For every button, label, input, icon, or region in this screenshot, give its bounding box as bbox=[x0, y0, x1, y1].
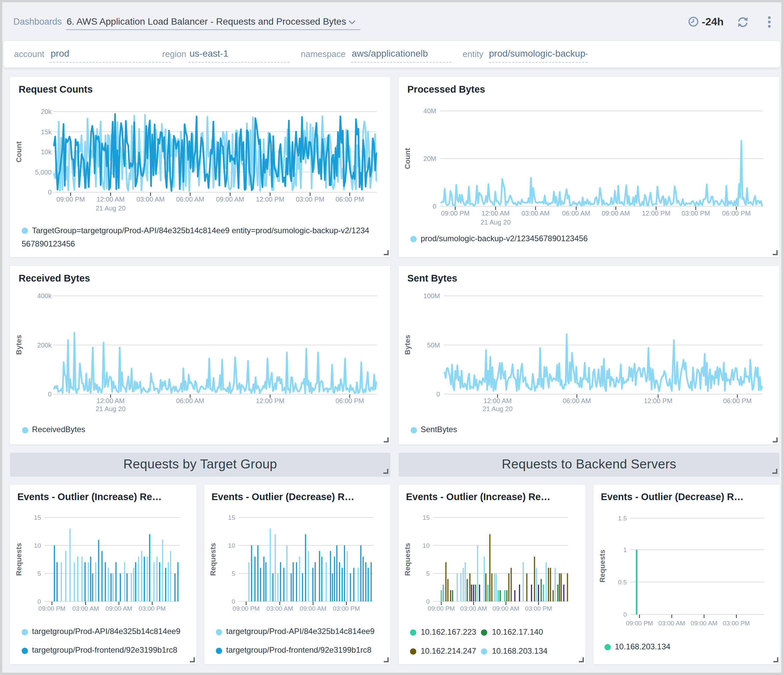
svg-text:09:00 PM: 09:00 PM bbox=[428, 605, 454, 612]
svg-text:03:00 PM: 03:00 PM bbox=[681, 210, 710, 217]
svg-text:20k: 20k bbox=[41, 108, 52, 115]
svg-text:09:00 AM: 09:00 AM bbox=[493, 605, 519, 612]
svg-text:1.5: 1.5 bbox=[618, 515, 627, 522]
svg-text:06:00 AM: 06:00 AM bbox=[563, 397, 591, 404]
svg-text:21 Aug 20: 21 Aug 20 bbox=[481, 218, 510, 226]
svg-text:0: 0 bbox=[48, 189, 51, 196]
svg-text:12:00 PM: 12:00 PM bbox=[644, 397, 672, 404]
svg-text:5,000: 5,000 bbox=[35, 168, 51, 176]
svg-text:03:00 AM: 03:00 AM bbox=[658, 620, 685, 627]
svg-text:21 Aug 20: 21 Aug 20 bbox=[96, 405, 126, 413]
svg-text:Count: Count bbox=[15, 141, 23, 162]
svg-text:400k: 400k bbox=[37, 292, 52, 299]
svg-text:12:00 AM: 12:00 AM bbox=[96, 397, 125, 404]
svg-text:Requests: Requests bbox=[15, 543, 23, 576]
svg-text:06:00 PM: 06:00 PM bbox=[335, 397, 364, 404]
svg-text:Requests: Requests bbox=[598, 549, 607, 582]
svg-text:09:00 PM: 09:00 PM bbox=[441, 210, 470, 217]
svg-text:12:00 PM: 12:00 PM bbox=[256, 196, 285, 203]
svg-text:0: 0 bbox=[432, 203, 436, 210]
svg-text:Count: Count bbox=[403, 148, 412, 169]
svg-text:09:00 PM: 09:00 PM bbox=[232, 605, 260, 612]
svg-text:03:00 AM: 03:00 AM bbox=[137, 196, 165, 203]
svg-text:03:00 AM: 03:00 AM bbox=[266, 605, 293, 612]
svg-text:0: 0 bbox=[623, 611, 627, 618]
svg-text:09:00 PM: 09:00 PM bbox=[38, 605, 65, 612]
svg-text:100M: 100M bbox=[423, 292, 440, 299]
svg-text:09:00 PM: 09:00 PM bbox=[56, 196, 85, 203]
svg-text:20M: 20M bbox=[423, 155, 436, 162]
svg-text:09:00 AM: 09:00 AM bbox=[691, 620, 717, 627]
svg-text:1: 1 bbox=[623, 546, 627, 553]
svg-text:12:00 PM: 12:00 PM bbox=[642, 210, 670, 217]
svg-text:15: 15 bbox=[34, 514, 41, 521]
svg-text:0: 0 bbox=[232, 598, 235, 605]
svg-text:03:00 PM: 03:00 PM bbox=[138, 605, 165, 612]
svg-text:Requests: Requests bbox=[209, 543, 217, 576]
svg-text:03:00 AM: 03:00 AM bbox=[72, 605, 99, 612]
svg-text:200k: 200k bbox=[37, 341, 52, 349]
svg-text:0: 0 bbox=[48, 390, 51, 398]
svg-text:09:00 PM: 09:00 PM bbox=[626, 620, 653, 627]
svg-text:0: 0 bbox=[37, 598, 41, 605]
svg-text:5: 5 bbox=[232, 570, 235, 577]
svg-text:15: 15 bbox=[423, 514, 429, 521]
svg-text:12:00 AM: 12:00 AM bbox=[484, 397, 512, 404]
svg-text:Bytes: Bytes bbox=[15, 335, 23, 355]
svg-text:03:00 PM: 03:00 PM bbox=[296, 196, 324, 203]
svg-text:09:00 AM: 09:00 AM bbox=[300, 605, 327, 612]
svg-text:10k: 10k bbox=[41, 148, 52, 156]
svg-text:03:00 PM: 03:00 PM bbox=[525, 605, 552, 612]
svg-text:50M: 50M bbox=[427, 341, 440, 349]
svg-text:Bytes: Bytes bbox=[403, 335, 412, 355]
svg-text:03:00 AM: 03:00 AM bbox=[521, 210, 550, 217]
svg-text:09:00 AM: 09:00 AM bbox=[216, 196, 244, 203]
svg-text:06:00 PM: 06:00 PM bbox=[722, 210, 751, 217]
svg-text:0.5: 0.5 bbox=[618, 579, 627, 586]
svg-text:5: 5 bbox=[426, 570, 429, 577]
svg-text:0: 0 bbox=[426, 598, 429, 605]
svg-text:03:00 PM: 03:00 PM bbox=[723, 620, 750, 627]
svg-text:21 Aug 20: 21 Aug 20 bbox=[482, 405, 513, 413]
svg-text:12:00 AM: 12:00 AM bbox=[482, 210, 510, 217]
svg-text:03:00 PM: 03:00 PM bbox=[333, 605, 360, 612]
svg-text:06:00 PM: 06:00 PM bbox=[723, 397, 752, 404]
svg-text:12:00 PM: 12:00 PM bbox=[256, 397, 285, 404]
svg-text:10: 10 bbox=[423, 542, 429, 549]
svg-text:06:00 AM: 06:00 AM bbox=[176, 397, 204, 404]
svg-text:10: 10 bbox=[34, 542, 41, 549]
svg-text:Requests: Requests bbox=[403, 543, 412, 576]
svg-text:15: 15 bbox=[228, 514, 235, 521]
svg-text:0: 0 bbox=[436, 390, 440, 398]
svg-text:5: 5 bbox=[37, 570, 41, 577]
svg-text:10: 10 bbox=[228, 542, 235, 549]
svg-text:09:00 AM: 09:00 AM bbox=[106, 605, 132, 612]
svg-text:06:00 AM: 06:00 AM bbox=[176, 196, 204, 203]
svg-text:21 Aug 20: 21 Aug 20 bbox=[96, 204, 126, 212]
svg-text:12:00 AM: 12:00 AM bbox=[96, 196, 125, 203]
svg-text:06:00 AM: 06:00 AM bbox=[562, 210, 591, 217]
svg-text:03:00 AM: 03:00 AM bbox=[460, 605, 487, 612]
svg-text:40M: 40M bbox=[423, 107, 436, 115]
svg-text:06:00 PM: 06:00 PM bbox=[335, 196, 364, 203]
svg-text:09:00 AM: 09:00 AM bbox=[602, 210, 630, 217]
svg-text:15k: 15k bbox=[41, 128, 52, 136]
